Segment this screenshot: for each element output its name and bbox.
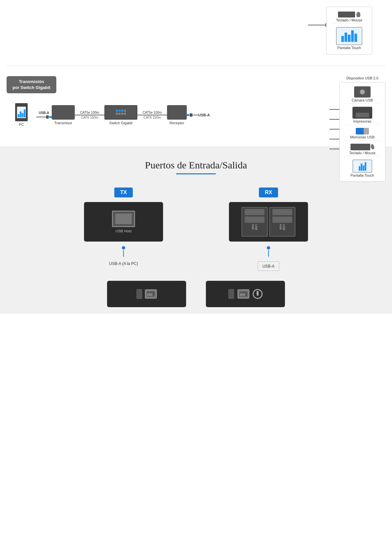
usb-a-left-label: USB-A xyxy=(39,111,49,115)
chart-bar-sm xyxy=(363,165,364,171)
chart-bar xyxy=(351,30,354,42)
keyboard-device-row: Teclado / Mouse xyxy=(344,142,381,157)
top-mini-chart xyxy=(341,30,357,42)
rx-column: RX USB Hub USB Hub xyxy=(206,188,331,271)
touch-device-row: Pantalla Touch xyxy=(344,158,381,179)
pc-label: PC xyxy=(19,123,24,127)
chart-bar-sm xyxy=(22,113,23,117)
usb-memory-icon xyxy=(356,128,369,134)
keyboard-mouse-device: Teclado / Mouse xyxy=(331,10,367,24)
keyboard-icon xyxy=(350,144,370,150)
rx-vert-line xyxy=(268,250,269,257)
tx-connector-line xyxy=(122,246,125,257)
transmisor-box xyxy=(52,105,75,120)
usb-hub-label-2: USB Hub xyxy=(279,224,286,235)
touch-label: Pantalla Touch xyxy=(350,173,374,177)
bottom-devices-row xyxy=(13,281,379,307)
cat-cable-right: CAT5e 100m CAT6 150m xyxy=(137,111,167,119)
tx-badge: TX xyxy=(114,188,133,197)
chart-bar-sm xyxy=(361,163,362,171)
touch-mini-chart xyxy=(359,161,366,171)
receptor-box xyxy=(167,105,187,120)
usb-memory-row: Memorias USB xyxy=(344,127,381,141)
tx-device-image: USB Host xyxy=(84,202,163,242)
chart-bar xyxy=(348,35,350,42)
touch-screen-device: Pantalla Touch xyxy=(331,26,367,51)
top-device-box: Teclado / Mouse Pantalla Touch xyxy=(326,7,372,55)
tx-column: TX USB Host USB-A (A la PC) xyxy=(61,188,186,271)
printer-device-row: Impresoras xyxy=(344,105,381,125)
right-devices-panel: Dispositivo USB 2.0 Cámara USB Impresora… xyxy=(339,76,385,182)
ports-section: Puertos de Entrada/Salida TX USB Host US… xyxy=(0,146,392,314)
tx-conn-label: USB-A (A la PC) xyxy=(109,261,138,266)
switch-label: Switch Gigabit xyxy=(109,121,132,125)
cat-cable-left: CAT5e 100m CAT6 150m xyxy=(75,111,104,119)
rx-conn-label: USB-A xyxy=(263,264,275,269)
chart-bar xyxy=(354,34,357,42)
gigabit-section: Transmisión por Switch Gigabit Dispositi… xyxy=(0,66,392,133)
rx-badge: RX xyxy=(259,188,278,197)
right-devices-title: Dispositivo USB 2.0 xyxy=(339,76,385,80)
rx-dot xyxy=(267,246,270,249)
rx-dashed-box: USB-A xyxy=(258,261,280,271)
chart-bar-sm xyxy=(18,114,19,117)
usb-hub-ports: USB Hub USB Hub xyxy=(241,207,295,237)
camera-label: Cámara USB xyxy=(352,98,373,102)
usb-a-right-connector xyxy=(187,113,198,117)
camera-device-row: Cámara USB xyxy=(344,85,381,104)
switch-gigabit-device: Switch Gigabit xyxy=(104,105,137,125)
usb-host-port-icon xyxy=(112,211,135,227)
touch-icon-sm xyxy=(352,160,372,173)
receptor-label: Receptor xyxy=(170,121,184,125)
printer-label: Impresoras xyxy=(353,119,371,123)
cat5e-label-left: CAT5e 100m xyxy=(80,111,99,114)
top-section: Teclado / Mouse Pantalla Touch xyxy=(0,0,392,66)
usb-a-left-connector: USB-A xyxy=(36,111,52,119)
pc-chart xyxy=(18,108,25,117)
ports-row: TX USB Host USB-A (A la PC) RX xyxy=(13,188,379,271)
receptor-device: Receptor xyxy=(167,105,187,125)
chart-bar-sm xyxy=(365,162,366,171)
transmisor-label: Transmisor xyxy=(54,121,72,125)
rx-bottom-device xyxy=(206,281,285,307)
touch-screen-label: Pantalla Touch xyxy=(337,46,361,50)
gigabit-diagram: PC USB-A Transmisor CAT5e 100m CAT6 150m xyxy=(7,103,385,127)
usb-host-inner xyxy=(115,214,132,224)
ports-title-underline xyxy=(176,173,216,174)
touch-icon xyxy=(336,27,362,45)
rx-device-image: USB Hub USB Hub xyxy=(229,202,308,242)
chart-bar xyxy=(345,33,347,42)
transmisor-device: Transmisor xyxy=(52,105,75,125)
power-icon xyxy=(253,289,263,299)
keyboard-mouse-label: Teclado / Mouse xyxy=(336,18,362,22)
gigabit-badge: Transmisión por Switch Gigabit xyxy=(7,76,56,93)
cat6-label-right: CAT6 150m xyxy=(144,116,161,119)
keyboard-label: Teclado / Mouse xyxy=(349,151,376,155)
right-cables xyxy=(329,109,339,149)
chart-bar xyxy=(341,36,344,42)
chart-bar-sm xyxy=(20,111,21,117)
pc-device: PC xyxy=(7,103,36,127)
top-cable-line xyxy=(308,25,326,25)
chart-bar-sm xyxy=(359,166,360,171)
usb-a-right-label: USB-A xyxy=(198,113,210,117)
usb-hub-label-1: USB Hub xyxy=(251,224,258,235)
tx-dot xyxy=(122,246,125,249)
ports-title: Puertos de Entrada/Salida xyxy=(13,160,379,171)
rx-connector-line xyxy=(267,246,270,257)
tx-vert-line xyxy=(123,250,124,257)
cat6-label-left: CAT6 150m xyxy=(81,116,98,119)
chart-bar-sm xyxy=(24,109,25,117)
right-device-list: Cámara USB Impresoras Memorias USB Tecla… xyxy=(339,82,385,182)
tx-port-label: USB Host xyxy=(116,229,131,233)
cat5e-label-right: CAT5e 100m xyxy=(143,111,162,114)
usb-memory-label: Memorias USB xyxy=(350,135,375,139)
printer-icon xyxy=(352,107,372,119)
camera-icon xyxy=(354,86,371,98)
tx-bottom-device xyxy=(107,281,186,307)
